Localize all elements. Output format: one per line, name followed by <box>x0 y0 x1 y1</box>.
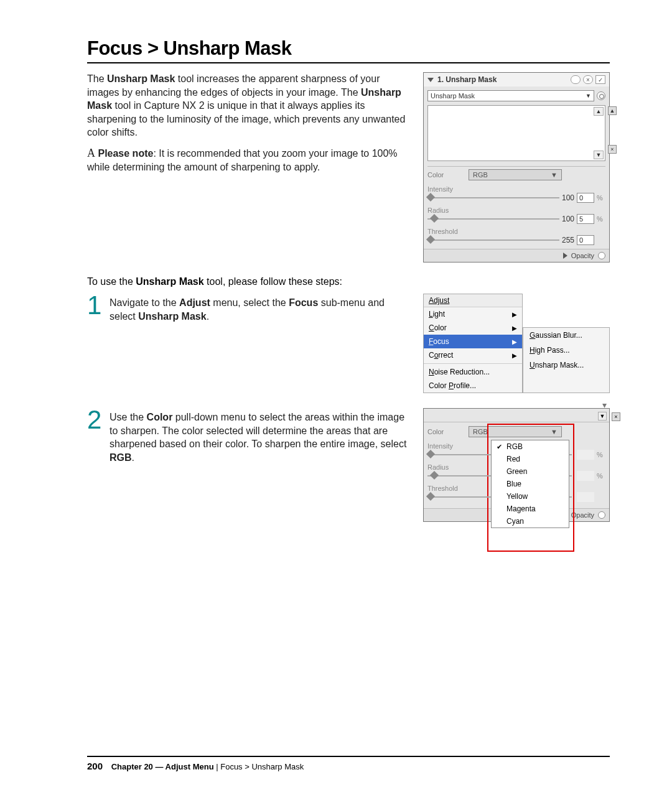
color-dropdown-value: RGB <box>473 428 488 435</box>
page-title: Focus > Unsharp Mask <box>87 37 610 63</box>
scroll-up-button[interactable]: ▲ <box>594 107 604 116</box>
radius-unit: % <box>597 215 605 223</box>
color-dropdown[interactable]: RGB ▼ <box>469 169 562 180</box>
chapter-label: Chapter 20 — Adjust Menu <box>111 762 214 771</box>
intro-text: tool in Capture NX 2 is unique in that i… <box>87 100 405 137</box>
text: . <box>132 452 134 463</box>
delete-row-button[interactable]: × <box>612 412 620 421</box>
radius-label: Radius <box>427 463 465 471</box>
opacity-label: Opacity <box>571 252 594 259</box>
effect-dropdown[interactable]: Unsharp Mask ▼ <box>427 90 594 101</box>
color-dropdown-value: RGB <box>473 171 488 179</box>
opacity-label: Opacity <box>571 511 594 519</box>
close-button[interactable]: × <box>583 75 593 84</box>
text-bold: RGB <box>110 452 132 463</box>
submenu-highpass[interactable]: High Pass... <box>523 343 609 358</box>
intro-block: The Unsharp Mask tool increases the appa… <box>87 72 411 263</box>
text: Use the <box>110 412 147 422</box>
color-dropdown-options[interactable]: ✔RGB Red Green Blue Yellow Magenta Cyan <box>491 440 569 528</box>
threshold-label: Threshold <box>427 485 465 492</box>
unsharp-mask-panel: 1. Unsharp Mask × ✓ Unsharp Mask ▼ <box>423 72 610 263</box>
submenu-unsharp[interactable]: Unsharp Mask... <box>523 358 609 373</box>
intensity-value[interactable]: 0 <box>577 193 594 203</box>
unit: % <box>597 472 605 480</box>
intensity-label: Intensity <box>427 185 465 193</box>
panel-title: 1. Unsharp Mask <box>437 75 567 84</box>
menu-item-correct[interactable]: Correct▶ <box>424 348 522 362</box>
intensity-max: 100 <box>562 193 574 202</box>
scroll-down-button[interactable]: ▼ <box>594 151 604 159</box>
step-2-text: Use the Color pull-down menu to select t… <box>110 408 411 464</box>
opacity-toggle[interactable] <box>598 252 605 259</box>
step-number-2: 2 <box>87 408 106 464</box>
move-up-button[interactable]: ▲ <box>608 106 617 115</box>
color-dropdown[interactable]: RGB ▼ <box>469 426 562 437</box>
scroll-down-button[interactable]: ▼ <box>598 412 607 421</box>
color-label: Color <box>427 428 465 435</box>
text-bold: Unsharp Mask <box>136 276 203 287</box>
note-label: Please note <box>98 148 153 159</box>
threshold-slider[interactable] <box>427 236 559 244</box>
submenu-gaussian[interactable]: Gaussian Blur... <box>523 328 609 343</box>
option-red[interactable]: Red <box>492 453 569 465</box>
menu-item-noise[interactable]: Noise Reduction... <box>424 365 522 379</box>
menu-header: Adjust <box>424 294 522 307</box>
adjust-menu-screenshot: Adjust Light▶ Color▶ Focus▶ Correct▶ Noi… <box>423 294 610 393</box>
radius-label: Radius <box>427 207 465 214</box>
unit: % <box>597 451 605 458</box>
check-button[interactable]: ✓ <box>595 75 605 84</box>
color-label: Color <box>427 171 465 179</box>
color-dropdown-panel: ▾ ▼ × Color RGB ▼ ✔RGB Red Green Blue <box>423 408 610 522</box>
option-blue[interactable]: Blue <box>492 478 569 490</box>
text: To use the <box>87 276 136 287</box>
text-bold: Color <box>147 412 173 422</box>
option-magenta[interactable]: Magenta <box>492 503 569 515</box>
info-button[interactable] <box>571 75 581 84</box>
expand-icon[interactable] <box>563 253 567 259</box>
radius-value[interactable]: 5 <box>577 214 594 224</box>
chevron-down-icon: ▼ <box>551 428 558 435</box>
text-bold: Adjust <box>179 297 210 308</box>
option-green[interactable]: Green <box>492 465 569 478</box>
option-cyan[interactable]: Cyan <box>492 515 569 527</box>
step-1-text: Navigate to the Adjust menu, select the … <box>110 294 411 323</box>
menu-item-focus[interactable]: Focus▶ <box>424 335 522 348</box>
menu-item-color[interactable]: Color▶ <box>424 321 522 335</box>
effect-listbox[interactable]: ▲ ▼ <box>427 105 605 161</box>
intro-bold: Unsharp Mask <box>107 73 175 84</box>
page-number: 200 <box>87 761 103 771</box>
text-bold: Focus <box>289 297 318 308</box>
radius-max: 100 <box>562 215 574 223</box>
intensity-slider[interactable] <box>427 193 559 202</box>
delete-row-button[interactable]: × <box>608 145 617 154</box>
text: menu, select the <box>210 297 289 308</box>
steps-intro: To use the Unsharp Mask tool, please fol… <box>87 276 610 287</box>
text-bold: Unsharp Mask <box>138 311 206 322</box>
radius-slider[interactable] <box>427 215 559 223</box>
intensity-unit: % <box>597 194 605 202</box>
reset-button[interactable] <box>597 91 605 100</box>
text: . <box>207 311 209 322</box>
intro-text: The <box>87 73 107 84</box>
page-footer: 200 Chapter 20 — Adjust Menu | Focus > U… <box>0 756 672 771</box>
opacity-toggle[interactable] <box>598 511 605 519</box>
chevron-down-icon: ▼ <box>551 171 558 179</box>
chevron-down-icon: ▼ <box>586 93 591 99</box>
option-yellow[interactable]: Yellow <box>492 490 569 503</box>
text: tool, please follow these steps: <box>204 276 342 287</box>
threshold-label: Threshold <box>427 228 465 235</box>
option-rgb[interactable]: ✔RGB <box>492 440 569 453</box>
intensity-label: Intensity <box>427 442 465 450</box>
step-number-1: 1 <box>87 294 106 323</box>
effect-dropdown-value: Unsharp Mask <box>431 92 475 100</box>
breadcrumb: Focus > Unsharp Mask <box>220 762 304 771</box>
threshold-value[interactable]: 0 <box>577 235 594 245</box>
menu-item-profile[interactable]: Color Profile... <box>424 379 522 393</box>
menu-item-light[interactable]: Light▶ <box>424 307 522 321</box>
note-lead-icon: A <box>87 147 95 159</box>
threshold-max: 255 <box>562 236 574 244</box>
text: Navigate to the <box>110 297 179 308</box>
collapse-icon[interactable] <box>427 78 434 82</box>
